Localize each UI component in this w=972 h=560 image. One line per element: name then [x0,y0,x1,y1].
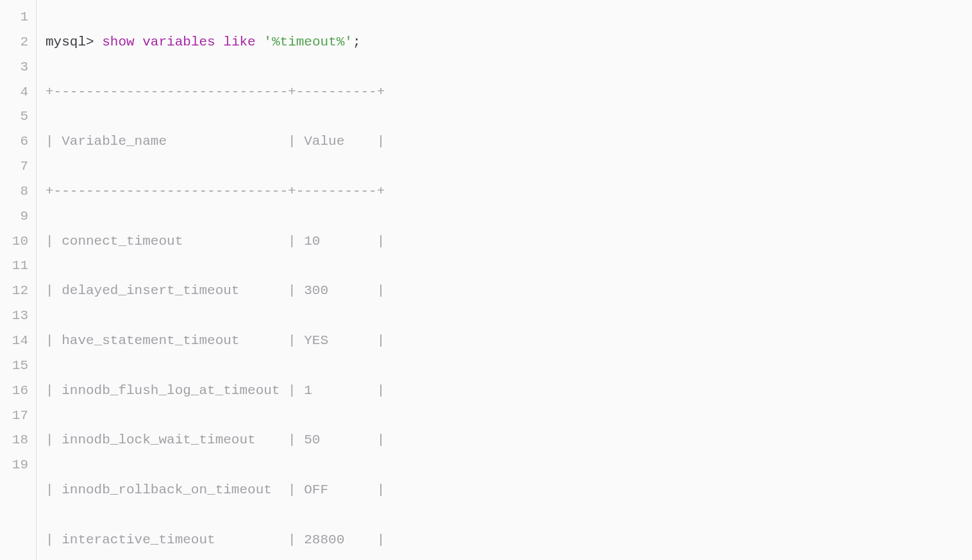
line-number: 3 [6,55,28,80]
keyword-show: show [102,35,134,49]
line-number: 14 [6,329,28,354]
line-number: 15 [6,354,28,379]
prompt-text: mysql> [46,35,94,49]
line-number-gutter: 1 2 3 4 5 6 7 8 9 10 11 12 13 14 15 16 1… [0,0,36,560]
code-line: | delayed_insert_timeout | 300 | [46,279,972,304]
line-number: 8 [6,179,28,204]
table-row: | delayed_insert_timeout | 300 | [46,283,385,298]
line-number: 12 [6,279,28,304]
code-line: mysql> show variables like '%timeout%'; [46,30,972,55]
line-number: 16 [6,379,28,404]
code-line: | connect_timeout | 10 | [46,229,972,254]
line-number: 7 [6,154,28,179]
table-row: | innodb_lock_wait_timeout | 50 | [46,432,385,447]
table-row: | connect_timeout | 10 | [46,234,385,249]
code-line: | interactive_timeout | 28800 | [46,528,972,553]
line-number: 18 [6,428,28,453]
code-line: | innodb_flush_log_at_timeout | 1 | [46,379,972,404]
code-line: +-----------------------------+---------… [46,80,972,105]
keyword-variables: variables [142,35,215,49]
line-number: 9 [6,204,28,229]
line-number: 5 [6,104,28,129]
table-border: +-----------------------------+---------… [46,85,385,99]
table-border: +-----------------------------+---------… [46,184,385,199]
line-number: 17 [6,404,28,429]
code-block: 1 2 3 4 5 6 7 8 9 10 11 12 13 14 15 16 1… [0,0,972,560]
keyword-like: like [223,35,255,49]
line-number: 1 [6,5,28,30]
line-number: 13 [6,304,28,329]
code-line: +-----------------------------+---------… [46,179,972,204]
line-number: 11 [6,254,28,279]
code-line: | innodb_lock_wait_timeout | 50 | [46,428,972,453]
code-content: mysql> show variables like '%timeout%'; … [36,0,972,560]
table-row: | innodb_flush_log_at_timeout | 1 | [46,383,385,398]
line-number: 2 [6,30,28,55]
line-number: 19 [6,453,28,478]
code-line: | innodb_rollback_on_timeout | OFF | [46,478,972,503]
table-header: | Variable_name | Value | [46,134,385,149]
line-number: 4 [6,80,28,105]
table-row: | innodb_rollback_on_timeout | OFF | [46,482,385,497]
string-arg: '%timeout%' [264,35,353,49]
line-number: 6 [6,129,28,154]
code-line: | Variable_name | Value | [46,129,972,154]
line-number: 10 [6,229,28,254]
table-row: | interactive_timeout | 28800 | [46,532,385,547]
terminator: ; [353,35,361,49]
code-line: | have_statement_timeout | YES | [46,329,972,354]
table-row: | have_statement_timeout | YES | [46,333,385,348]
